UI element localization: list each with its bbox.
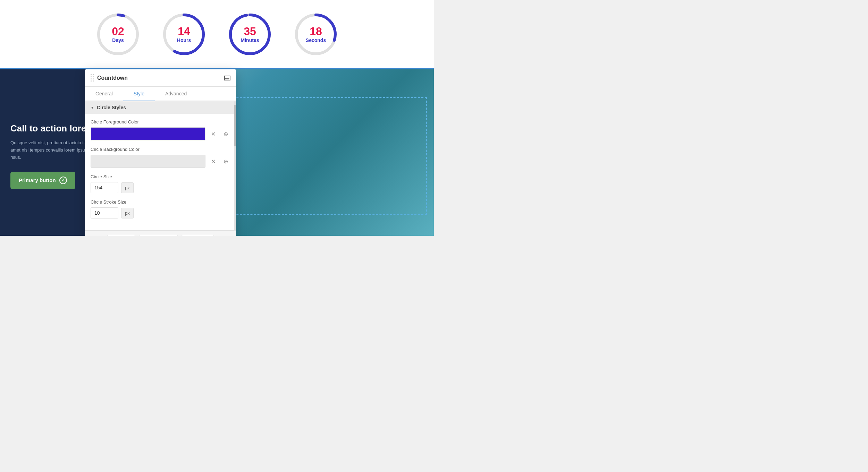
tab-advanced[interactable]: Advanced [155,87,197,101]
minutes-label: Minutes [241,37,259,43]
drag-dot [93,80,94,81]
circle-days-text: 02 Days [112,26,124,43]
fg-color-add-button[interactable]: ⊕ [221,129,230,139]
circle-seconds-text: 18 Seconds [306,26,326,43]
circle-size-group: Circle Size px [91,174,230,193]
days-label: Days [112,37,124,43]
bg-color-add-button[interactable]: ⊕ [221,156,230,166]
panel-header: Countdown [85,69,236,87]
primary-button-label: Primary button [19,177,56,183]
panel-tabs: General Style Advanced [85,87,236,101]
section-label: Circle Styles [97,105,126,110]
scrollbar-thumb[interactable] [234,105,236,146]
panel-content: Circle Foreground Color ✕ ⊕ Circle Backg… [85,114,236,230]
drag-handle[interactable] [91,74,94,81]
circle-hours: 14 Hours [161,12,207,57]
circle-stroke-input[interactable] [91,207,118,218]
save-as-button[interactable]: Save As... [139,235,178,236]
save-button[interactable]: Save [107,235,135,236]
minutes-number: 35 [241,26,259,37]
seconds-label: Seconds [306,37,326,43]
fg-color-swatch[interactable] [91,127,205,140]
countdown-section: 02 Days 14 Hours 35 Minutes [0,0,434,69]
countdown-seconds: 18 Seconds [293,12,338,57]
minimize-button[interactable] [224,76,230,80]
fg-color-group: Circle Foreground Color ✕ ⊕ [91,119,230,140]
check-icon: ✓ [59,177,67,184]
drag-dot [93,78,94,79]
circle-hours-text: 14 Hours [177,26,191,43]
bg-color-swatch[interactable] [91,155,205,168]
circle-days: 02 Days [95,12,141,57]
countdown-hours: 14 Hours [161,12,207,57]
drag-dot [91,76,92,77]
chevron-down-icon: ▼ [91,106,94,110]
circle-seconds: 18 Seconds [293,12,338,57]
circle-stroke-group: Circle Stroke Size px [91,199,230,218]
fg-color-label: Circle Foreground Color [91,119,230,125]
drag-dot [91,74,92,75]
circle-stroke-unit: px [121,208,134,218]
tab-general[interactable]: General [85,87,123,101]
fg-color-row: ✕ ⊕ [91,127,230,140]
primary-button[interactable]: Primary button ✓ [10,172,75,189]
section-header-circle-styles[interactable]: ▼ Circle Styles [85,101,236,114]
bg-color-group: Circle Background Color ✕ ⊕ [91,147,230,168]
panel-footer: Save Save As... Cancel [85,230,236,236]
tab-style[interactable]: Style [123,87,155,101]
bg-color-row: ✕ ⊕ [91,155,230,168]
panel-title-row: Countdown [97,75,224,81]
countdown-days: 02 Days [95,12,141,57]
fg-color-clear-button[interactable]: ✕ [208,129,218,139]
circle-size-input[interactable] [91,182,118,193]
drag-dot [93,74,94,75]
circle-stroke-input-row: px [91,207,230,218]
hours-label: Hours [177,37,191,43]
countdown-panel: Countdown General Style Advanced ▼ Circl… [85,69,236,236]
countdown-minutes: 35 Minutes [227,12,272,57]
circle-minutes-text: 35 Minutes [241,26,259,43]
drag-dot [93,76,94,77]
scrollbar[interactable] [234,101,236,230]
hours-number: 14 [177,26,191,37]
days-number: 02 [112,26,124,37]
circle-size-unit: px [121,182,134,193]
circle-stroke-label: Circle Stroke Size [91,199,230,205]
circle-size-input-row: px [91,182,230,193]
circle-minutes: 35 Minutes [227,12,272,57]
bg-color-clear-button[interactable]: ✕ [208,156,218,166]
seconds-number: 18 [306,26,326,37]
drag-dot [91,78,92,79]
minimize-bar [225,78,229,79]
panel-body: ▼ Circle Styles Circle Foreground Color … [85,101,236,230]
panel-title: Countdown [97,75,128,81]
circle-size-label: Circle Size [91,174,230,179]
bg-color-label: Circle Background Color [91,147,230,152]
cancel-button[interactable]: Cancel [182,235,214,236]
drag-dot [91,80,92,81]
